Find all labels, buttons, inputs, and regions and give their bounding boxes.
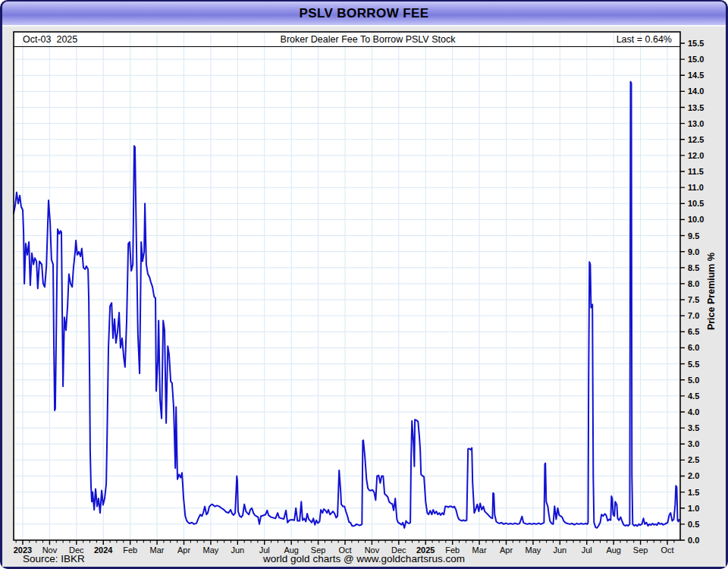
x-tick-label: Mar (150, 545, 165, 555)
chart-window: PSLV BORROW FEE 2023NovDec2024FebMarAprM… (0, 0, 728, 569)
x-tick-label: Oct (661, 545, 673, 555)
y-tick-label: 0.5 (688, 520, 699, 529)
y-tick-label: 15.5 (688, 39, 704, 48)
x-tick-label: Apr (177, 545, 190, 555)
y-tick-label: 14.5 (688, 71, 704, 80)
plot-background (14, 32, 680, 540)
x-tick-label: Jul (582, 545, 592, 555)
borrow-fee-chart: 2023NovDec2024FebMarAprMayJunJulAugSepOc… (0, 0, 728, 569)
x-tick-label: Feb (123, 545, 137, 555)
y-tick-label: 3.0 (688, 439, 699, 448)
y-tick-label: 6.5 (688, 327, 699, 336)
x-tick-label: May (526, 545, 541, 555)
chart-subtitle: Broker Dealer Fee To Borrow PSLV Stock (281, 34, 457, 45)
y-tick-label: 5.0 (688, 376, 699, 385)
x-tick-label: May (203, 545, 219, 555)
x-tick-label: Jun (231, 545, 244, 555)
y-tick-label: 1.0 (688, 504, 699, 513)
y-tick-label: 2.0 (688, 471, 699, 480)
y-tick-label: 0.0 (688, 536, 699, 545)
as-of-date-label: Oct-03 2025 (23, 34, 77, 45)
y-tick-label: 3.5 (688, 423, 699, 432)
y-tick-label: 10.0 (688, 215, 704, 224)
y-tick-label: 8.0 (688, 279, 699, 288)
gridlines (14, 32, 680, 540)
y-tick-label: 2.5 (688, 455, 699, 464)
y-tick-label: 4.0 (688, 407, 699, 417)
last-value-label: Last = 0.64% (617, 34, 672, 45)
y-tick-label: 14.0 (688, 86, 704, 96)
x-tick-label: Sep (633, 545, 648, 555)
y-tick-label: 12.0 (688, 151, 704, 160)
y-tick-label: 13.5 (688, 103, 704, 112)
y-tick-label: 6.0 (688, 343, 699, 352)
y-tick-label: 8.5 (688, 263, 699, 272)
y-tick-label: 13.0 (688, 119, 704, 128)
y-tick-label: 1.5 (688, 488, 699, 497)
y-tick-label: 11.5 (688, 167, 704, 176)
y-axis-title: Price Premium % (706, 253, 717, 330)
x-tick-label: Jun (553, 545, 566, 555)
source-label: Source: IBKR (23, 553, 85, 564)
y-tick-label: 9.5 (688, 231, 699, 240)
watermark-label: world gold charts @ www.goldchartsrus.co… (262, 553, 465, 564)
y-tick-label: 9.0 (688, 247, 699, 256)
x-tick-label: Apr (500, 545, 513, 555)
y-tick-label: 12.5 (688, 135, 704, 144)
y-tick-label: 7.5 (688, 295, 699, 304)
y-tick-label: 10.5 (688, 199, 704, 208)
y-tick-label: 5.5 (688, 360, 699, 369)
x-tick-label: Mar (472, 545, 487, 555)
x-tick-label: 2024 (94, 545, 113, 555)
y-tick-label: 11.0 (688, 183, 704, 192)
y-tick-label: 15.0 (688, 55, 704, 64)
y-tick-label: 7.0 (688, 311, 699, 320)
x-tick-label: Aug (606, 545, 621, 555)
y-tick-label: 4.5 (688, 391, 699, 401)
